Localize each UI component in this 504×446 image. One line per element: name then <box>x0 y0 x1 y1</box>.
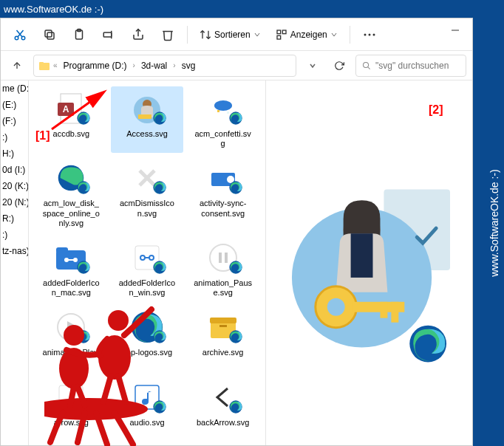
file-label: audio.svg <box>129 418 164 428</box>
pause-icon <box>205 240 241 275</box>
rename-button[interactable] <box>95 23 122 47</box>
svg-point-79 <box>327 298 345 316</box>
file-label: backArrow.svg <box>197 418 250 428</box>
paste-button[interactable] <box>66 23 92 47</box>
file-item[interactable]: Access.svg <box>111 86 184 153</box>
file-label: accdb.svg <box>53 129 90 139</box>
cut-button[interactable] <box>7 23 33 47</box>
access-icon: A <box>53 91 89 126</box>
view-label: Anzeigen <box>290 30 327 40</box>
svg-rect-46 <box>56 247 68 253</box>
refresh-button[interactable] <box>329 55 350 76</box>
chevron-right-icon: › <box>173 61 175 69</box>
sidebar-item-5[interactable]: 0d (I:) <box>1 162 28 178</box>
link-icon <box>129 240 165 275</box>
archive-icon <box>205 309 241 345</box>
crumb-2[interactable]: svg <box>179 59 199 72</box>
file-item[interactable]: audio.svg <box>111 375 184 432</box>
share-button[interactable] <box>125 23 151 47</box>
edge-icon <box>53 160 89 196</box>
edge-big-icon <box>129 309 165 345</box>
crumb-sep: « <box>53 61 58 69</box>
file-grid: Aaccdb.svgAccess.svgacm_confetti.svgacm_… <box>29 80 265 445</box>
preview-pane <box>265 80 472 445</box>
svg-line-24 <box>368 66 370 69</box>
preview-image <box>281 159 457 366</box>
window-controls <box>438 18 472 42</box>
sidebar-item-2[interactable]: (F:) <box>1 113 28 129</box>
search-input[interactable] <box>375 61 460 71</box>
audio-icon <box>129 380 165 415</box>
sidebar-item-4[interactable]: H:) <box>1 145 28 162</box>
file-item[interactable]: activity-sync-consent.svg <box>186 156 259 233</box>
view-dropdown[interactable]: Anzeigen <box>270 23 344 47</box>
more-button[interactable] <box>356 23 383 47</box>
svg-rect-31 <box>138 114 151 119</box>
svg-rect-34 <box>217 110 219 112</box>
search-box[interactable] <box>355 55 466 77</box>
file-label: animation_Pause.svg <box>194 278 253 298</box>
sort-dropdown[interactable]: Sortieren <box>194 23 267 47</box>
file-item[interactable]: animation_Pause.svg <box>186 236 259 302</box>
file-label: animation_Play.svg <box>41 348 101 367</box>
sidebar-item-8[interactable]: R:) <box>1 210 28 227</box>
toolbar: Sortieren Anzeigen <box>1 18 472 51</box>
svg-rect-15 <box>282 30 286 34</box>
sidebar-item-0[interactable]: me (D:) <box>1 80 28 97</box>
address-bar: « Programme (D:) › 3d-wal › svg <box>1 51 472 80</box>
search-icon <box>362 61 371 71</box>
svg-rect-16 <box>277 35 281 39</box>
copy-button[interactable] <box>36 23 63 47</box>
svg-line-4 <box>17 30 23 37</box>
file-item[interactable]: acm_low_disk_space_online_only.svg <box>35 156 108 233</box>
svg-point-23 <box>364 62 369 67</box>
file-item[interactable]: animation_Play.svg <box>35 305 108 371</box>
breadcrumb[interactable]: « Programme (D:) › 3d-wal › svg <box>33 55 296 77</box>
file-label: acm_low_disk_space_online_only.svg <box>41 199 101 228</box>
watermark-top: www.SoftwareOK.de :-) <box>4 4 103 15</box>
file-item[interactable]: arrow.svg <box>35 375 108 432</box>
file-label: acmDismissIcon.svg <box>118 199 177 218</box>
file-item[interactable]: app-logos.svg <box>111 305 184 371</box>
svg-rect-14 <box>277 30 281 34</box>
sidebar-item-1[interactable]: (E:) <box>1 97 28 113</box>
sidebar-item-3[interactable]: :) <box>1 129 28 145</box>
svg-rect-58 <box>225 253 228 263</box>
svg-rect-22 <box>39 62 44 64</box>
file-item[interactable]: addedFolderIcon_win.svg <box>111 236 184 302</box>
file-item[interactable]: addedFolderIcon_mac.svg <box>35 236 108 302</box>
svg-rect-57 <box>219 253 222 263</box>
sidebar-item-7[interactable]: 20 (N:) <box>1 194 28 210</box>
sidebar-item-10[interactable]: tz-nas) <box>1 243 28 259</box>
svg-point-18 <box>368 33 370 35</box>
sidebar: me (D:)(E:)(F:):)H:)0d (I:)20 (K:)20 (N:… <box>1 80 29 445</box>
file-item[interactable]: acm_confetti.svg <box>186 86 259 153</box>
file-item[interactable]: backArrow.svg <box>186 375 259 432</box>
sidebar-item-9[interactable]: :) <box>1 227 28 243</box>
sidebar-item-6[interactable]: 20 (K:) <box>1 178 28 194</box>
svg-rect-82 <box>380 302 387 318</box>
file-label: acm_confetti.svg <box>194 129 253 148</box>
file-item[interactable]: acmDismissIcon.svg <box>111 156 184 233</box>
file-label: app-logos.svg <box>122 348 173 357</box>
svg-rect-77 <box>351 233 373 278</box>
person-icon <box>129 91 165 126</box>
file-label: Access.svg <box>126 129 168 139</box>
confetti-icon <box>205 91 241 126</box>
svg-rect-6 <box>45 30 52 37</box>
svg-rect-66 <box>210 318 236 323</box>
svg-point-33 <box>214 100 232 111</box>
up-button[interactable] <box>7 55 27 76</box>
svg-point-17 <box>364 33 366 35</box>
play-icon <box>53 309 89 345</box>
crumb-1[interactable]: 3d-wal <box>138 59 170 72</box>
watermark-right: www.SoftwareOK.de :-) <box>488 169 500 277</box>
crumb-0[interactable]: Programme (D:) <box>61 59 130 72</box>
file-label: arrow.svg <box>54 418 89 428</box>
minimize-button[interactable] <box>438 18 472 42</box>
file-item[interactable]: archive.svg <box>186 305 259 371</box>
delete-button[interactable] <box>154 23 181 47</box>
dropdown-button[interactable] <box>302 55 323 76</box>
sort-label: Sortieren <box>214 30 251 40</box>
file-item[interactable]: Aaccdb.svg <box>35 86 108 153</box>
